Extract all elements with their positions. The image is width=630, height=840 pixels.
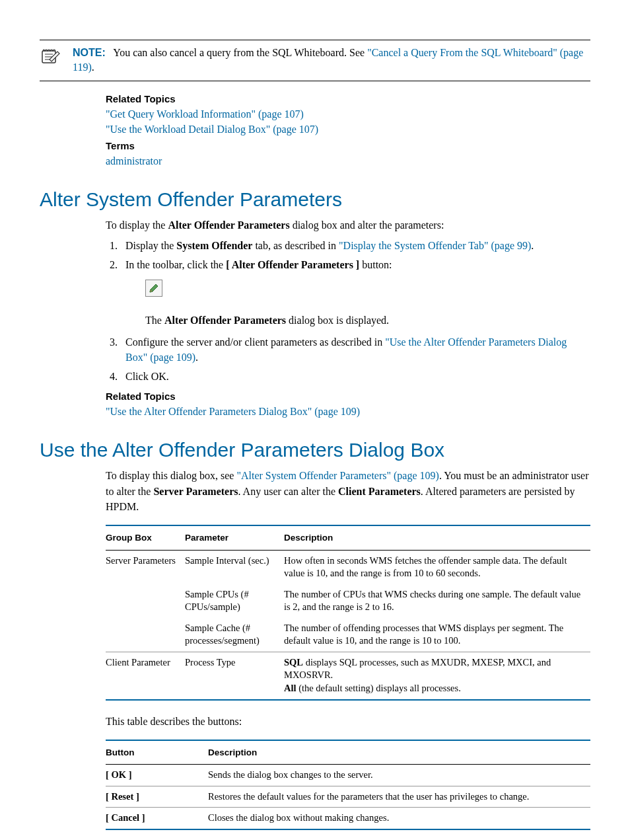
related-heading-2: Related Topics <box>106 389 590 404</box>
terms-link[interactable]: administrator <box>106 155 162 167</box>
alter-offender-button-icon[interactable] <box>145 280 162 297</box>
note-text-before: You can also cancel a query from the SQL… <box>113 47 367 58</box>
table-row: Client Parameter Process Type SQL displa… <box>106 652 590 699</box>
t2-h1: Button <box>106 740 208 765</box>
terms-heading: Terms <box>106 139 590 153</box>
step1-link[interactable]: "Display the System Offender Tab" (page … <box>339 240 531 251</box>
parameters-table: Group Box Parameter Description Server P… <box>106 525 590 701</box>
step-3: Configure the server and/or client param… <box>120 334 590 365</box>
related-topics-1: Related Topics "Get Query Workload Infor… <box>106 92 590 169</box>
note-box: NOTE: You can also cancel a query from t… <box>40 40 590 81</box>
step-1: Display the System Offender tab, as desc… <box>120 238 590 253</box>
related-link-1[interactable]: "Get Query Workload Information" (page 1… <box>106 108 304 120</box>
related-heading: Related Topics <box>106 92 590 106</box>
related2-link[interactable]: "Use the Alter Offender Parameters Dialo… <box>106 406 360 417</box>
steps-list: Display the System Offender tab, as desc… <box>106 238 590 384</box>
buttons-table: Button Description [ OK ] Sends the dial… <box>106 740 590 830</box>
table-row: [ Cancel ] Closes the dialog box without… <box>106 808 590 829</box>
t1-h1: Group Box <box>106 525 185 550</box>
step-4: Click OK. <box>120 369 590 384</box>
heading-use-dialog: Use the Alter Offender Parameters Dialog… <box>40 439 590 461</box>
note-text-after: . <box>92 61 94 73</box>
note-label: NOTE: <box>73 47 106 58</box>
p1-bold: Alter Offender Parameters <box>168 219 289 231</box>
step-2: In the toolbar, click the [ Alter Offend… <box>120 257 590 328</box>
p1-after: dialog box and alter the parameters: <box>290 219 444 231</box>
heading-alter-params: Alter System Offender Parameters <box>40 188 590 211</box>
table-row: [ Reset ] Restores the default values fo… <box>106 786 590 808</box>
t1-h3: Description <box>284 525 590 550</box>
p2-link[interactable]: "Alter System Offender Parameters" (page… <box>236 470 438 481</box>
table-row: [ OK ] Sends the dialog box changes to t… <box>106 765 590 786</box>
related-link-2[interactable]: "Use the Workload Detail Dialog Box" (pa… <box>106 124 318 135</box>
table2-intro: This table describes the buttons: <box>106 714 590 729</box>
p1-before: To display the <box>106 219 168 231</box>
t2-h2: Description <box>208 740 590 765</box>
t1-h2: Parameter <box>185 525 284 550</box>
note-icon <box>40 46 66 68</box>
table-row: Server Parameters Sample Interval (sec.)… <box>106 550 590 584</box>
